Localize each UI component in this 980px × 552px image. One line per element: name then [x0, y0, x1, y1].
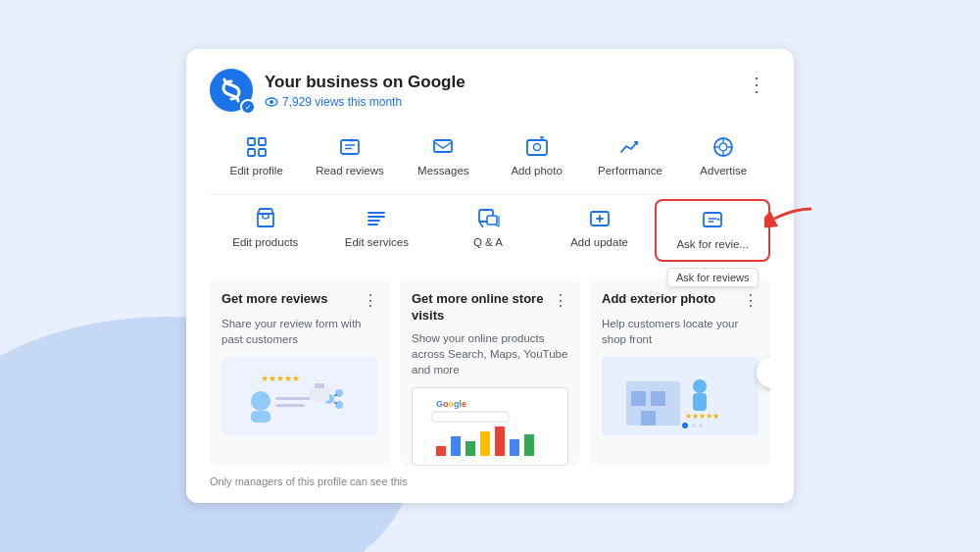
business-name: Your business on Google: [265, 72, 466, 93]
svg-rect-4: [248, 149, 255, 156]
svg-rect-55: [510, 439, 519, 456]
svg-rect-10: [434, 140, 452, 152]
promo-card-photo-desc: Help customers locate your shop front: [602, 316, 759, 347]
action-row-2: Edit products Edit services: [210, 199, 770, 266]
edit-services-label: Edit services: [345, 235, 409, 250]
svg-point-65: [692, 424, 696, 427]
promo-card-photo-title: Add exterior photo: [602, 291, 743, 308]
business-info-section: ✓ Your business on Google 7,929 views th…: [210, 69, 466, 112]
svg-rect-6: [341, 140, 359, 154]
svg-rect-60: [641, 411, 656, 426]
promo-card-store-header: Get more online store visits ⋮: [412, 291, 568, 325]
svg-point-12: [533, 144, 540, 151]
svg-rect-21: [258, 214, 273, 226]
edit-products-icon: [254, 207, 277, 230]
svg-rect-54: [495, 427, 505, 456]
promo-card-store-more[interactable]: ⋮: [553, 291, 568, 310]
promo-card-store-desc: Show your online products across Search,…: [412, 330, 568, 377]
messages-icon: [431, 135, 455, 159]
svg-point-42: [335, 389, 343, 397]
promo-card-reviews-more[interactable]: ⋮: [363, 291, 378, 310]
red-arrow: [764, 204, 813, 233]
add-update-label: Add update: [570, 235, 628, 250]
ask-for-reviews-button[interactable]: Ask for revie... Ask for reviews: [655, 199, 770, 262]
qa-icon: [476, 207, 500, 230]
svg-rect-56: [524, 434, 534, 456]
business-logo: ✓: [210, 69, 253, 112]
svg-rect-40: [275, 404, 305, 407]
promo-cards-section: Get more reviews ⋮ Share your review for…: [210, 279, 770, 466]
edit-services-icon: [365, 207, 388, 230]
brand-icon: [219, 77, 244, 103]
svg-point-1: [270, 100, 273, 104]
performance-icon: [618, 135, 642, 159]
svg-rect-53: [480, 431, 490, 456]
performance-button[interactable]: Performance: [583, 127, 676, 186]
messages-button[interactable]: Messages: [397, 127, 490, 186]
promo-card-photo-more[interactable]: ⋮: [743, 291, 759, 310]
promo-card-store-title: Get more online store visits: [412, 291, 553, 325]
svg-rect-11: [527, 140, 547, 155]
edit-products-label: Edit products: [232, 235, 298, 250]
qa-button[interactable]: Q & A: [432, 199, 544, 262]
svg-rect-51: [451, 436, 461, 456]
promo-card-store-image: Google: [412, 387, 568, 466]
advertise-label: Advertise: [700, 164, 747, 178]
svg-rect-52: [466, 441, 475, 456]
card-footer-text: Only managers of this profile can see th…: [210, 476, 770, 487]
read-reviews-icon: [338, 135, 362, 159]
advertise-button[interactable]: Advertise: [677, 127, 770, 186]
svg-rect-27: [487, 216, 497, 225]
svg-marker-9: [349, 138, 354, 143]
ask-for-reviews-label: Ask for revie...: [676, 237, 749, 252]
promo-card-reviews-desc: Share your review form with past custome…: [221, 316, 378, 347]
promo-card-photo: Add exterior photo ⋮ Help customers loca…: [590, 279, 770, 466]
edit-profile-icon: [245, 135, 269, 159]
messages-label: Messages: [417, 164, 468, 178]
svg-rect-46: [310, 386, 329, 401]
ask-for-reviews-tooltip: Ask for reviews: [667, 268, 759, 287]
svg-rect-47: [315, 383, 324, 388]
edit-profile-label: Edit profile: [229, 164, 282, 178]
svg-rect-62: [693, 393, 707, 411]
action-row-1: Edit profile Read reviews Me: [210, 127, 770, 195]
promo-card-reviews-header: Get more reviews ⋮: [221, 291, 378, 310]
svg-text:★★★★★: ★★★★★: [685, 412, 719, 421]
svg-rect-58: [631, 391, 646, 406]
svg-point-66: [699, 424, 703, 427]
svg-rect-49: [431, 412, 510, 422]
svg-point-37: [251, 391, 270, 411]
more-options-button[interactable]: ⋮: [743, 69, 770, 100]
verified-badge: ✓: [240, 99, 256, 115]
add-photo-label: Add photo: [511, 164, 562, 178]
add-update-button[interactable]: Add update: [544, 199, 656, 262]
card-header: ✓ Your business on Google 7,929 views th…: [210, 69, 770, 112]
eye-icon: [265, 95, 278, 109]
svg-point-43: [335, 401, 343, 409]
add-photo-button[interactable]: Add photo: [490, 127, 583, 186]
business-card: ✓ Your business on Google 7,929 views th…: [186, 49, 794, 503]
add-update-icon: [588, 207, 612, 230]
ask-for-reviews-icon: [701, 209, 724, 232]
read-reviews-button[interactable]: Read reviews: [303, 127, 396, 186]
svg-point-64: [682, 423, 688, 428]
svg-point-61: [693, 379, 707, 393]
promo-card-reviews-title: Get more reviews: [221, 291, 363, 308]
svg-rect-39: [275, 397, 315, 400]
promo-card-photo-image: ★★★★★: [602, 357, 759, 435]
svg-text:★★★★★: ★★★★★: [261, 374, 300, 383]
qa-label: Q & A: [473, 235, 503, 250]
svg-rect-59: [651, 391, 665, 406]
edit-profile-button[interactable]: Edit profile: [210, 127, 303, 186]
edit-services-button[interactable]: Edit services: [321, 199, 433, 262]
business-text: Your business on Google 7,929 views this…: [265, 72, 466, 109]
promo-card-store: Get more online store visits ⋮ Show your…: [400, 279, 580, 466]
edit-products-button[interactable]: Edit products: [210, 199, 321, 262]
svg-text:Google: Google: [436, 399, 466, 409]
promo-card-reviews-image: ★★★★★: [221, 357, 378, 435]
promo-card-photo-header: Add exterior photo ⋮: [602, 291, 759, 310]
promo-card-reviews: Get more reviews ⋮ Share your review for…: [210, 279, 390, 466]
svg-marker-34: [716, 218, 720, 221]
performance-label: Performance: [598, 164, 662, 178]
svg-rect-3: [259, 138, 266, 145]
